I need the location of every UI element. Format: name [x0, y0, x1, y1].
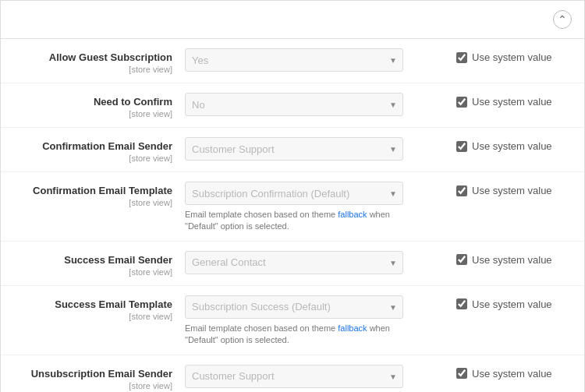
form-rows-container: Allow Guest Subscription[store view]YesN…	[1, 39, 584, 392]
select-confirm-email-template[interactable]: Subscription Confirmation (Default)	[185, 182, 403, 205]
select-success-email-template[interactable]: Subscription Success (Default)	[185, 295, 403, 319]
content-unsub-email-sender: Customer SupportGeneral Contact▼	[185, 363, 447, 388]
select-success-email-sender[interactable]: General ContactCustomer Support	[185, 251, 403, 274]
store-view-success-email-template: [store view]	[129, 312, 172, 321]
select-wrapper-success-email-template: Subscription Success (Default)▼	[185, 295, 403, 319]
collapse-button[interactable]: ⌃	[553, 10, 572, 29]
label-success-email-template: Success Email Template[store view]	[13, 294, 185, 322]
checkbox-label-unsub-email-sender[interactable]: Use system value	[456, 368, 552, 380]
checkbox-text-confirm-email-template: Use system value	[472, 185, 552, 196]
select-unsub-email-sender[interactable]: Customer SupportGeneral Contact	[185, 365, 403, 388]
checkbox-confirm-email-sender[interactable]	[456, 141, 467, 152]
checkbox-success-email-sender[interactable]	[456, 254, 467, 265]
form-row-success-email-template: Success Email Template[store view]Subscr…	[1, 286, 584, 355]
store-view-success-email-sender: [store view]	[129, 267, 172, 277]
select-allow-guest[interactable]: YesNo	[185, 48, 403, 72]
label-unsub-email-sender: Unsubscription Email Sender[store view]	[13, 363, 185, 391]
label-text-success-email-sender: Success Email Sender	[13, 254, 172, 266]
select-wrapper-success-email-sender: General ContactCustomer Support▼	[185, 251, 403, 274]
label-allow-guest: Allow Guest Subscription[store view]	[13, 47, 185, 75]
checkbox-allow-guest[interactable]	[456, 52, 467, 63]
actions-need-confirm: Use system value	[447, 91, 572, 108]
label-need-confirm: Need to Confirm[store view]	[13, 91, 185, 119]
hint-confirm-email-template: Email template chosen based on theme fal…	[185, 209, 403, 233]
select-wrapper-allow-guest: YesNo▼	[185, 48, 403, 72]
content-need-confirm: YesNo▼	[185, 91, 447, 116]
store-view-confirm-email-template: [store view]	[129, 198, 172, 207]
checkbox-label-success-email-sender[interactable]: Use system value	[456, 254, 552, 266]
form-row-unsub-email-sender: Unsubscription Email Sender[store view]C…	[1, 355, 584, 392]
label-text-confirm-email-sender: Confirmation Email Sender	[13, 140, 172, 152]
checkbox-text-success-email-sender: Use system value	[472, 254, 552, 266]
form-row-allow-guest: Allow Guest Subscription[store view]YesN…	[1, 39, 584, 83]
store-view-unsub-email-sender: [store view]	[129, 381, 172, 390]
section-header: ⌃	[1, 1, 584, 39]
actions-success-email-template: Use system value	[447, 294, 572, 310]
actions-success-email-sender: Use system value	[447, 249, 572, 266]
select-wrapper-confirm-email-sender: Customer SupportGeneral Contact▼	[185, 137, 403, 161]
label-confirm-email-template: Confirmation Email Template[store view]	[13, 180, 185, 208]
content-success-email-template: Subscription Success (Default)▼Email tem…	[185, 294, 447, 347]
page-container: ⌃ Allow Guest Subscription[store view]Ye…	[0, 0, 585, 392]
checkbox-label-confirm-email-template[interactable]: Use system value	[456, 185, 552, 196]
label-text-unsub-email-sender: Unsubscription Email Sender	[13, 368, 172, 380]
label-text-success-email-template: Success Email Template	[13, 298, 172, 310]
select-need-confirm[interactable]: YesNo	[185, 93, 403, 116]
checkbox-label-need-confirm[interactable]: Use system value	[456, 96, 552, 108]
checkbox-text-allow-guest: Use system value	[472, 51, 552, 63]
select-wrapper-need-confirm: YesNo▼	[185, 93, 403, 116]
actions-allow-guest: Use system value	[447, 47, 572, 63]
store-view-need-confirm: [store view]	[129, 109, 172, 118]
label-success-email-sender: Success Email Sender[store view]	[13, 249, 185, 277]
checkbox-label-success-email-template[interactable]: Use system value	[456, 298, 552, 310]
checkbox-label-confirm-email-sender[interactable]: Use system value	[456, 140, 552, 152]
label-text-need-confirm: Need to Confirm	[13, 96, 172, 108]
checkbox-unsub-email-sender[interactable]	[456, 368, 467, 379]
form-row-success-email-sender: Success Email Sender[store view]General …	[1, 242, 584, 286]
actions-confirm-email-template: Use system value	[447, 180, 572, 196]
store-view-confirm-email-sender: [store view]	[129, 154, 172, 163]
checkbox-text-success-email-template: Use system value	[472, 298, 552, 310]
checkbox-success-email-template[interactable]	[456, 298, 467, 309]
hint-success-email-template: Email template chosen based on theme fal…	[185, 323, 403, 347]
form-row-confirm-email-template: Confirmation Email Template[store view]S…	[1, 172, 584, 242]
checkbox-text-unsub-email-sender: Use system value	[472, 368, 552, 380]
content-success-email-sender: General ContactCustomer Support▼	[185, 249, 447, 274]
fallback-link[interactable]: fallback	[338, 210, 367, 219]
collapse-icon: ⌃	[558, 13, 567, 26]
store-view-allow-guest: [store view]	[129, 65, 172, 74]
checkbox-text-need-confirm: Use system value	[472, 96, 552, 108]
select-wrapper-unsub-email-sender: Customer SupportGeneral Contact▼	[185, 365, 403, 388]
content-confirm-email-sender: Customer SupportGeneral Contact▼	[185, 136, 447, 161]
checkbox-need-confirm[interactable]	[456, 97, 467, 108]
fallback-link[interactable]: fallback	[338, 323, 367, 333]
actions-confirm-email-sender: Use system value	[447, 136, 572, 152]
checkbox-text-confirm-email-sender: Use system value	[472, 140, 552, 152]
content-allow-guest: YesNo▼	[185, 47, 447, 72]
label-text-allow-guest: Allow Guest Subscription	[13, 51, 172, 63]
label-confirm-email-sender: Confirmation Email Sender[store view]	[13, 136, 185, 164]
content-confirm-email-template: Subscription Confirmation (Default)▼Emai…	[185, 180, 447, 233]
label-text-confirm-email-template: Confirmation Email Template	[13, 185, 172, 196]
checkbox-label-allow-guest[interactable]: Use system value	[456, 51, 552, 63]
checkbox-confirm-email-template[interactable]	[456, 185, 467, 196]
select-wrapper-confirm-email-template: Subscription Confirmation (Default)▼	[185, 182, 403, 205]
form-row-need-confirm: Need to Confirm[store view]YesNo▼Use sys…	[1, 83, 584, 128]
select-confirm-email-sender[interactable]: Customer SupportGeneral Contact	[185, 137, 403, 161]
actions-unsub-email-sender: Use system value	[447, 363, 572, 380]
form-row-confirm-email-sender: Confirmation Email Sender[store view]Cus…	[1, 128, 584, 172]
